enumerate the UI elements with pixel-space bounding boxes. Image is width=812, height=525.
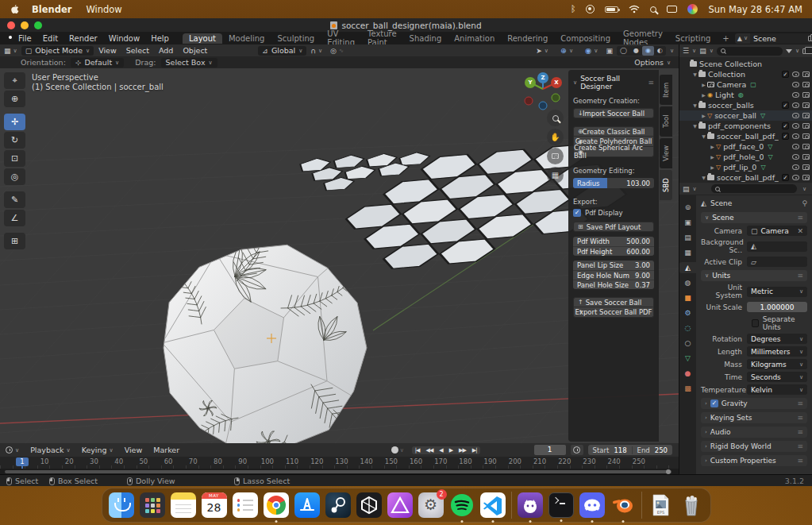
tool-select-box[interactable]: ⌖ [4, 72, 25, 89]
menubar-window-menu[interactable]: Window [86, 4, 121, 15]
shading-dropdown[interactable]: ∨ [670, 48, 674, 54]
axis-y-ball[interactable]: Y [525, 77, 536, 88]
disable-render-icon[interactable] [802, 92, 810, 98]
rotation-dropdown[interactable]: Degrees∨ [747, 334, 807, 344]
expand-icon[interactable]: ▼ [691, 102, 698, 108]
outliner-row-pdf-hole-0[interactable]: ▶▽pdf_hole_0▽ [679, 152, 812, 162]
background-scene-field[interactable]: ◭ [747, 241, 807, 252]
filter-icon[interactable] [786, 49, 792, 53]
dock-chrome[interactable] [264, 492, 289, 518]
playback-menu[interactable]: Playback∨ [25, 446, 76, 454]
tool-annotate[interactable]: ✎ [4, 191, 25, 208]
outliner-row-light[interactable]: ▶◉Light◍ [679, 90, 812, 100]
pdf-width-field[interactable]: Pdf Width500.00 [573, 237, 654, 246]
dock-terminal[interactable] [548, 492, 574, 518]
unit-scale-field[interactable]: 1.000000 [747, 302, 807, 312]
edit-menu[interactable]: Edit [37, 34, 63, 43]
panel-custom-properties[interactable]: ›Custom Properties≡ [701, 455, 807, 466]
import-soccer-ball-button[interactable]: ↓Import Soccer Ball [573, 108, 654, 118]
tool-scale[interactable]: ⊡ [4, 150, 25, 167]
collection-checkbox[interactable]: ✓ [782, 133, 789, 140]
expand-icon[interactable]: ▼ [691, 123, 698, 129]
hide-viewport-icon[interactable] [792, 123, 799, 129]
tab-scene-props[interactable]: ◭ [679, 262, 696, 273]
dock-unity[interactable] [356, 492, 382, 518]
hide-viewport-icon[interactable] [792, 82, 799, 87]
window-menu[interactable]: Window [103, 34, 145, 43]
outliner-editor-type-icon[interactable]: ☰ [683, 47, 689, 55]
tab-render-props[interactable]: ▣ [679, 217, 696, 228]
battery-icon[interactable] [605, 6, 618, 13]
outliner-row-collection[interactable]: ▼Collection✓ [679, 69, 812, 79]
pdf-display-checkbox[interactable]: ✓ [573, 209, 581, 217]
tab-modeling[interactable]: Modeling [222, 33, 271, 44]
radius-slider[interactable]: Radius103.00 [573, 178, 654, 188]
tool-transform[interactable]: ◎ [4, 168, 25, 185]
outliner-row-soccer-ball[interactable]: ▶▽soccer_ball▽ [679, 110, 812, 121]
camera-view-button[interactable] [547, 148, 564, 164]
export-soccer-ball-pdf-button[interactable]: ↑Export Soccer Ball PDF [573, 307, 654, 318]
edge-hole-num-field[interactable]: Edge Hole Num9.00 [573, 270, 654, 280]
user-profile-icon[interactable] [687, 4, 698, 14]
disable-render-icon[interactable] [802, 123, 810, 129]
save-pdf-layout-button[interactable]: ⊞Save Pdf Layout [573, 222, 654, 232]
expand-icon[interactable]: ▼ [700, 175, 707, 180]
shading-rendered-button[interactable]: ◐ [654, 46, 666, 56]
tool-cursor[interactable]: ⊕ [4, 91, 25, 107]
editor-type-selector[interactable]: ▦∨ [0, 47, 21, 55]
tab-tool[interactable]: Tool [660, 106, 672, 137]
hide-viewport-icon[interactable] [792, 71, 799, 77]
hide-viewport-icon[interactable] [792, 113, 799, 118]
play-reverse-button[interactable]: ◀ [436, 446, 445, 454]
tool-measure[interactable]: ∠ [4, 210, 25, 226]
dock-finder[interactable] [109, 492, 134, 518]
next-keyframe-button[interactable]: ▶▶ [456, 446, 469, 454]
jump-to-end-button[interactable]: ▶| [469, 446, 480, 454]
orientation-dropdown[interactable]: ⊹Default∨ [71, 58, 124, 68]
length-dropdown[interactable]: Millimeters∨ [747, 346, 807, 357]
zoom-view-button[interactable] [547, 110, 564, 126]
disable-render-icon[interactable] [802, 71, 810, 77]
dock-discord[interactable] [579, 492, 605, 518]
new-collection-icon[interactable] [802, 48, 809, 54]
panel-hole-size-field[interactable]: Panel Hole Size0.37 [573, 280, 654, 289]
outliner-row-scene-collection[interactable]: Scene Collection [679, 59, 812, 69]
marker-menu[interactable]: Marker [148, 446, 185, 454]
axis-gizmo[interactable]: Z Y X [520, 68, 568, 116]
tab-modifier-props[interactable]: ⚙ [679, 307, 696, 318]
disable-render-icon[interactable] [802, 133, 810, 139]
dock-system-settings[interactable]: ⚙2 [418, 492, 444, 518]
tab-physics-props[interactable]: ◌ [679, 322, 696, 334]
tab-compositing[interactable]: Compositing [554, 33, 617, 44]
end-frame-field[interactable]: End250 [632, 446, 672, 454]
collection-checkbox[interactable]: ✓ [782, 122, 789, 129]
tab-view[interactable]: View [660, 138, 672, 168]
outliner-row-pdf-components[interactable]: ▼pdf_components✓ [679, 121, 812, 131]
temperature-dropdown[interactable]: Kelvin∨ [747, 384, 807, 395]
timeline-scrollbar[interactable] [0, 469, 679, 474]
tab-layout[interactable]: Layout [183, 33, 222, 44]
dock-trash[interactable] [679, 492, 704, 518]
expand-icon[interactable]: ▶ [700, 92, 707, 98]
expand-icon[interactable]: ▶ [709, 164, 716, 170]
tab-material-props[interactable]: ● [679, 368, 696, 379]
tab-output-props[interactable]: ▤ [679, 232, 696, 243]
outliner-row-pdf-face-0[interactable]: ▶▽pdf_face_0▽ [679, 141, 812, 152]
save-soccer-ball-button[interactable]: ↑Save Soccer Ball [573, 297, 654, 307]
add-menu[interactable]: Add [154, 46, 178, 55]
tab-viewlayer-props[interactable]: ▦ [679, 247, 696, 258]
drag-dropdown[interactable]: Select Box∨ [161, 58, 217, 68]
tab-object-props[interactable]: ■ [679, 292, 696, 303]
unit-system-dropdown[interactable]: Metric∨ [747, 287, 807, 297]
hide-viewport-icon[interactable] [792, 133, 799, 139]
view-menu[interactable]: View [94, 46, 121, 55]
timeline-editor-type-icon[interactable]: ∨ [0, 446, 25, 454]
shading-material-button[interactable]: ◉ [642, 46, 654, 56]
viewport-canvas[interactable]: User Perspective (1) Scene Collection | … [0, 68, 679, 443]
apple-logo-icon[interactable] [10, 4, 19, 15]
menubar-app-name[interactable]: Blender [32, 4, 71, 15]
tab-shading[interactable]: Shading [403, 33, 448, 44]
snap-toggle[interactable]: ∩∨ [306, 47, 326, 55]
properties-search-input[interactable] [711, 184, 797, 193]
tab-animation[interactable]: Animation [448, 33, 501, 44]
